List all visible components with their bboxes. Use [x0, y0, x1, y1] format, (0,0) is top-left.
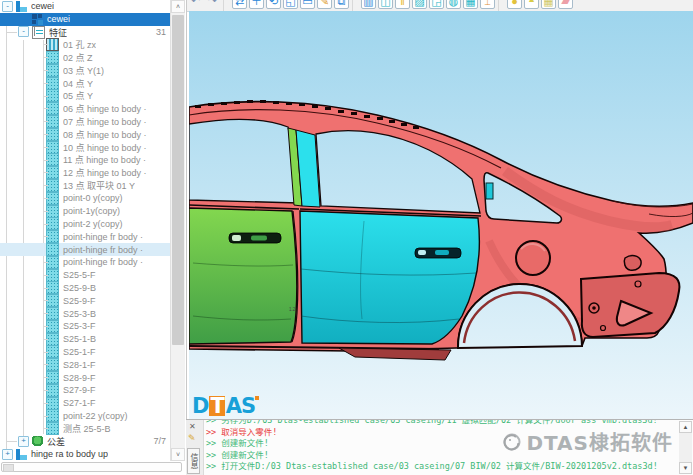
tree-row[interactable]: + 公差 7/7 — [0, 435, 170, 448]
tree-row[interactable]: 08 点 hinge to body · — [0, 128, 170, 141]
scrollbar-thumb[interactable] — [172, 15, 184, 345]
tree-item-icon — [32, 14, 43, 25]
pan-view-icon[interactable]: ⇄ — [232, 0, 247, 9]
tree-row[interactable]: S25-9-B — [0, 282, 170, 295]
expander-icon[interactable]: + — [18, 436, 29, 447]
toolbar-separator[interactable] — [352, 0, 358, 11]
rear-door-cyan[interactable] — [300, 211, 479, 344]
fuel-filler-circle[interactable] — [516, 241, 550, 275]
copy-view-icon[interactable]: ⧉ — [334, 0, 349, 9]
logo-letter-d: D — [192, 394, 208, 418]
tree-row[interactable]: S28-1-F — [0, 358, 170, 371]
close-icon[interactable]: ✕ — [189, 422, 196, 431]
redo-icon[interactable]: ↷ — [205, 0, 220, 9]
tree-item-label: 07 点 hinge to body · — [63, 115, 147, 128]
model-tree-panel: - cewei cewei - 特征 31 — [0, 0, 187, 475]
zoom-window-icon[interactable]: ＋ — [249, 0, 264, 9]
tree-row[interactable]: S25-5-F — [0, 269, 170, 282]
tree-item-label: S25-5-F — [63, 270, 96, 280]
tree-row[interactable]: 04 点 Y — [0, 77, 170, 90]
rear-door-handle-grip — [435, 250, 449, 255]
viewport-3d[interactable]: 1.2 DTAS — [189, 11, 693, 419]
tree-row[interactable]: S28-9-F — [0, 371, 170, 384]
tree-row[interactable]: point-1y(copy) — [0, 205, 170, 218]
tree-row[interactable]: 01 孔 zx — [0, 38, 170, 51]
tree-item-label: S25-1-F — [63, 347, 96, 357]
pause-icon[interactable]: ‖ — [395, 0, 410, 9]
pencil-icon[interactable]: ✎ — [188, 433, 196, 443]
car-body-model[interactable]: 1.2 — [189, 11, 693, 419]
tree-row[interactable]: 13 点 取平块 01 Y — [0, 179, 170, 192]
tree-item-label: point-0 y(copy) — [63, 193, 123, 203]
undo-icon[interactable]: ↶ — [188, 0, 203, 9]
tree-item-label: 01 孔 zx — [63, 38, 96, 51]
sphere-measure-icon[interactable]: ● — [507, 0, 522, 9]
rotate-view-icon[interactable]: ⟲ — [266, 0, 281, 9]
tree-row[interactable]: S25-1-B — [0, 333, 170, 346]
tree-item-icon — [46, 192, 59, 205]
tree-item-icon — [46, 153, 59, 166]
clamp-icon[interactable]: ⌶ — [480, 0, 495, 9]
tree-item-label: S28-9-F — [63, 373, 96, 383]
expander-icon[interactable]: - — [2, 1, 13, 12]
mesh-icon[interactable]: ▦ — [463, 0, 478, 9]
tree-item-icon — [46, 141, 59, 154]
report-chart-icon[interactable]: ▥ — [361, 0, 376, 9]
expander-icon[interactable]: - — [18, 26, 29, 37]
tree-row[interactable]: point-hinge fr body · — [0, 256, 170, 269]
matrix-icon[interactable]: ◲ — [429, 0, 444, 9]
toolbar-separator[interactable] — [223, 0, 229, 11]
tree-row[interactable]: 11 点 hinge to body · — [0, 154, 170, 167]
tree-row[interactable]: 06 点 hinge to body · — [0, 102, 170, 115]
sphere-icon[interactable]: ◍ — [446, 0, 461, 9]
fit-view-icon[interactable]: ◱ — [283, 0, 298, 9]
tree-row[interactable]: 05 点 Y — [0, 90, 170, 103]
tree-horizontal-scrollbar[interactable] — [1, 462, 182, 472]
tree-row[interactable]: S25-3-F — [0, 320, 170, 333]
scroll-up-icon[interactable]: ▲ — [679, 421, 692, 433]
front-door-green[interactable] — [189, 208, 297, 344]
tree-row[interactable]: + hinge ra to body up — [0, 448, 170, 461]
hide-item-icon[interactable]: ▭ — [300, 0, 315, 9]
tree-row[interactable]: 测点 25-5-B — [0, 422, 170, 435]
scroll-down-icon[interactable]: ˅ — [171, 448, 185, 461]
tree-row[interactable]: 07 点 hinge to body · — [0, 115, 170, 128]
scroll-up-icon[interactable]: ˄ — [171, 0, 185, 13]
tree-row[interactable]: cewei — [0, 13, 170, 26]
tree-row[interactable]: S25-9-F — [0, 294, 170, 307]
display-window-icon[interactable]: ◫ — [378, 0, 393, 9]
annotate-icon[interactable]: ✎ — [317, 0, 332, 9]
tab-messages[interactable]: 信息 — [187, 448, 200, 474]
tree-row[interactable]: point-0 y(copy) — [0, 192, 170, 205]
tree-row[interactable]: point-22 y(copy) — [0, 410, 170, 423]
tree-item-icon — [46, 281, 59, 294]
scroll-down-icon[interactable]: ▼ — [679, 462, 692, 474]
tree-item-label: hinge ra to body up — [31, 449, 108, 459]
point-set-icon[interactable]: ▨ — [412, 0, 427, 9]
tree-row[interactable]: S25-1-F — [0, 346, 170, 359]
console-scrollbar[interactable]: ▲ ▼ — [679, 421, 692, 474]
tree-scrollbar[interactable]: ˄ ˅ — [170, 0, 185, 461]
expander-icon[interactable]: + — [2, 449, 13, 460]
tree-item-icon — [46, 358, 59, 371]
tree-row[interactable]: - 特征 31 — [0, 26, 170, 39]
tree-row[interactable]: 02 点 Z — [0, 51, 170, 64]
tree-row[interactable]: S27-9-F — [0, 384, 170, 397]
tree-row[interactable]: 10 点 hinge to body · — [0, 141, 170, 154]
toolbar-separator[interactable] — [498, 0, 504, 11]
tree-item-label: S25-9-F — [63, 296, 96, 306]
tree-row[interactable]: point-hinge fr body · — [0, 243, 170, 256]
tree-row[interactable]: point-hinge fr body · — [0, 230, 170, 243]
tree-row[interactable]: 12 点 hinge to body · — [0, 166, 170, 179]
scrollbar-thumb[interactable] — [3, 464, 14, 472]
tree-row[interactable]: point-2 y(copy) — [0, 218, 170, 231]
tree-row[interactable]: S27-1-F — [0, 397, 170, 410]
plane-measure-icon[interactable]: ▰ — [558, 0, 573, 9]
angle-measure-icon[interactable]: ◓ — [524, 0, 539, 9]
grid-measure-icon[interactable]: ▦ — [541, 0, 556, 9]
tree-row[interactable]: S25-3-B — [0, 307, 170, 320]
tree-row[interactable]: 03 点 Y(1) — [0, 64, 170, 77]
tree-row[interactable]: - cewei — [0, 0, 170, 13]
tree-item-icon — [46, 294, 59, 307]
tree-item-label: cewei — [47, 14, 70, 24]
